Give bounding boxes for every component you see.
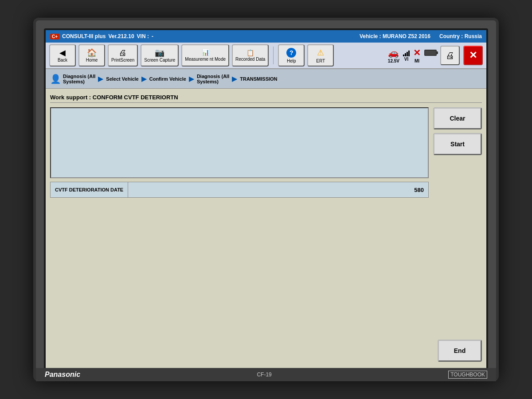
recorded-data-label: Recorded Data — [235, 57, 265, 62]
breadcrumb-label-1: Diagnosis (AllSystems) — [63, 74, 95, 84]
screen-capture-label: Screen Capture — [144, 58, 175, 63]
breadcrumb-item-3: Confirm Vehicle — [149, 76, 186, 82]
help-label: Help — [287, 59, 296, 63]
help-button[interactable]: ? Help — [278, 44, 305, 66]
end-button[interactable]: End — [438, 340, 482, 362]
panasonic-brand: Panasonic — [45, 371, 80, 379]
app-version: Ver.212.10 — [109, 33, 134, 39]
content-area: CVTF DETERIORATION DATE 580 Clear Start — [50, 107, 482, 336]
data-row: CVTF DETERIORATION DATE 580 — [50, 182, 429, 198]
consult-badge: C+ — [50, 34, 59, 39]
measurement-label: Measureme nt Mode — [185, 57, 226, 62]
mi-status: ✕ MI — [413, 47, 421, 63]
recorded-data-button[interactable]: 📋 Recorded Data — [232, 44, 269, 66]
ert-button[interactable]: ⚠ ERT — [307, 44, 334, 66]
country-info: Country : Russia — [439, 33, 482, 39]
back-icon: ◀ — [59, 49, 66, 57]
separator-1 — [273, 47, 274, 64]
mi-label: MI — [415, 59, 419, 63]
work-support-title: Work support : CONFORM CVTF DETERIORTN — [50, 92, 482, 103]
close-icon: ✕ — [469, 50, 477, 61]
breadcrumb-label-2: Select Vehicle — [106, 76, 138, 82]
screen-capture-icon: 📷 — [155, 49, 164, 57]
main-content: Work support : CONFORM CVTF DETERIORTN C… — [46, 89, 486, 369]
title-bar-center: Vehicle : MURANO Z52 2016 Country : Russ… — [360, 33, 482, 39]
breadcrumb-label-5: TRANSMISSION — [240, 76, 277, 82]
screen-capture-button[interactable]: 📷 Screen Capture — [141, 44, 179, 66]
vin-label: VIN : — [137, 33, 149, 39]
toolbar: ◀ Back 🏠 Home 🖨 PrintScreen 📷 Screen Cap… — [46, 43, 486, 69]
breadcrumb-arrow-3: ▶ — [189, 74, 194, 83]
back-label: Back — [58, 58, 67, 63]
car-status: 🚗 12.5V — [388, 47, 399, 63]
ert-icon: ⚠ — [317, 48, 324, 58]
signal-bars-icon — [403, 49, 410, 56]
bottom-right-area: End — [50, 336, 482, 365]
breadcrumb-arrow-2: ▶ — [141, 74, 147, 83]
title-bar: C+ CONSULT-III plus Ver.212.10 VIN : - V… — [46, 30, 486, 43]
breadcrumb: 👤 Diagnosis (AllSystems) ▶ Select Vehicl… — [46, 69, 486, 89]
breadcrumb-arrow-4: ▶ — [232, 74, 237, 83]
ert-label: ERT — [316, 59, 325, 63]
printer-icon: 🖨 — [446, 51, 454, 61]
diagnosis-icon: 👤 — [50, 74, 61, 84]
battery-status — [424, 50, 437, 61]
left-panel: CVTF DETERIORATION DATE 580 — [50, 107, 429, 336]
breadcrumb-arrow-1: ▶ — [98, 74, 103, 83]
breadcrumb-item-2: Select Vehicle — [106, 76, 138, 82]
printer-button[interactable]: 🖨 — [440, 46, 460, 65]
recorded-data-icon: 📋 — [246, 50, 254, 56]
home-label: Home — [86, 58, 98, 63]
home-button[interactable]: 🏠 Home — [78, 44, 105, 66]
help-icon: ? — [286, 48, 296, 58]
measurement-button[interactable]: 📊 Measureme nt Mode — [181, 44, 229, 66]
car-icon: 🚗 — [388, 47, 399, 58]
app-name: CONSULT-III plus — [62, 33, 106, 39]
status-icons: 🚗 12.5V VI ✕ MI — [388, 46, 483, 65]
breadcrumb-label-3: Confirm Vehicle — [149, 76, 186, 82]
print-screen-label: PrintScreen — [111, 58, 134, 63]
battery-icon — [424, 50, 437, 56]
breadcrumb-item-4: Diagnosis (AllSystems) — [197, 74, 229, 84]
data-value: 580 — [128, 187, 428, 193]
print-screen-button[interactable]: 🖨 PrintScreen — [108, 44, 138, 66]
home-icon: 🏠 — [87, 49, 97, 57]
display-box — [50, 107, 429, 178]
x-icon: ✕ — [413, 47, 421, 58]
right-panel: Clear Start — [433, 107, 482, 336]
vi-label: VI — [404, 57, 408, 62]
breadcrumb-item-5: TRANSMISSION — [240, 76, 277, 82]
right-panel-spacer — [433, 159, 482, 336]
signal-status: VI — [403, 49, 410, 62]
bottom-bar: Panasonic CF-19 TOUGHBOOK — [36, 368, 496, 381]
title-bar-left: C+ CONSULT-III plus Ver.212.10 VIN : - — [50, 33, 153, 39]
model-label: CF-19 — [257, 372, 271, 378]
close-button[interactable]: ✕ — [463, 46, 483, 65]
print-screen-icon: 🖨 — [119, 49, 127, 57]
data-label: CVTF DETERIORATION DATE — [51, 182, 128, 197]
start-button[interactable]: Start — [433, 133, 482, 155]
breadcrumb-item-1: 👤 Diagnosis (AllSystems) — [50, 74, 95, 84]
vehicle-info: Vehicle : MURANO Z52 2016 — [360, 33, 430, 39]
toughbook-label: TOUGHBOOK — [448, 371, 487, 379]
laptop-frame: C+ CONSULT-III plus Ver.212.10 VIN : - V… — [33, 18, 499, 381]
back-button[interactable]: ◀ Back — [49, 44, 76, 66]
breadcrumb-label-4: Diagnosis (AllSystems) — [197, 74, 229, 84]
measurement-icon: 📊 — [202, 49, 209, 56]
vin-value: - — [152, 33, 153, 39]
voltage-label: 12.5V — [388, 59, 399, 63]
screen-area: C+ CONSULT-III plus Ver.212.10 VIN : - V… — [44, 28, 488, 371]
clear-button[interactable]: Clear — [433, 107, 482, 129]
